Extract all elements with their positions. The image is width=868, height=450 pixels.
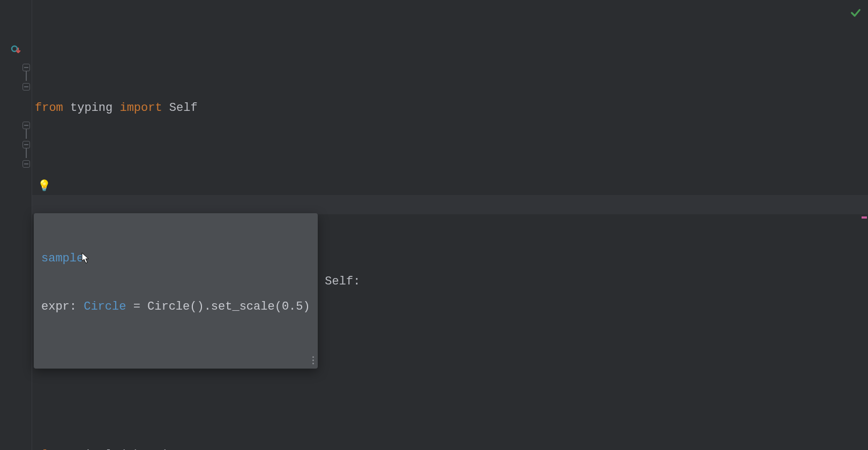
override-gutter-icon[interactable] (0, 41, 32, 60)
fold-toggle-icon[interactable] (23, 141, 30, 148)
tooltip-more-icon[interactable] (312, 356, 315, 364)
fold-guide (26, 129, 27, 139)
tooltip-title: sample (41, 251, 310, 267)
error-stripe[interactable] (862, 0, 868, 450)
current-line-highlight (32, 195, 868, 214)
implement-method-icon (11, 45, 21, 56)
analysis-ok-icon[interactable] (850, 6, 862, 26)
code-line: class Circle(Shape): (35, 446, 868, 450)
fold-guide (26, 71, 27, 81)
code-line: from typing import Self (35, 99, 868, 118)
type-info-tooltip[interactable]: sample expr: Circle = Circle().set_scale… (34, 213, 318, 369)
stripe-marker[interactable] (862, 216, 867, 219)
code-line (35, 156, 868, 176)
fold-toggle-icon[interactable] (23, 160, 30, 168)
fold-guide (26, 148, 27, 158)
fold-toggle-icon[interactable] (23, 64, 30, 71)
code-editor[interactable]: from typing import Self class Shape: def… (0, 0, 868, 450)
fold-toggle-icon[interactable] (23, 122, 30, 129)
intention-bulb-icon[interactable]: 💡 (38, 177, 51, 196)
gutter (0, 0, 32, 450)
fold-toggle-icon[interactable] (23, 83, 30, 91)
code-line (35, 388, 868, 407)
code-content[interactable]: from typing import Self class Shape: def… (32, 0, 868, 450)
tooltip-expression: expr: Circle = Circle().set_scale(0.5) (41, 299, 310, 315)
